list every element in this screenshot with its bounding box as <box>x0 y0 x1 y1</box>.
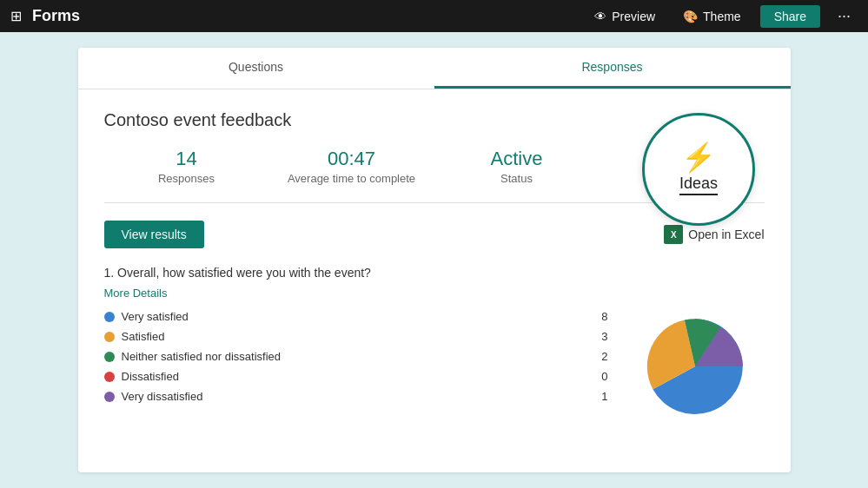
stat-status: Active Status <box>434 148 600 185</box>
legend-item: Neither satisfied nor dissatisfied 2 <box>104 350 608 363</box>
legend-dot <box>104 372 115 382</box>
tab-responses[interactable]: Responses <box>434 48 791 89</box>
stat-status-value: Active <box>434 148 600 170</box>
more-details-link[interactable]: More Details <box>104 287 168 300</box>
open-in-excel-button[interactable]: X Open in Excel <box>664 225 764 244</box>
more-options-button[interactable]: ··· <box>831 3 858 29</box>
stat-status-label: Status <box>434 172 600 185</box>
legend-count: 2 <box>601 350 607 363</box>
preview-label: Preview <box>612 10 655 23</box>
chart-area: Very satisfied 8 Satisfied 3 Neither sat… <box>104 310 765 423</box>
legend-dot <box>104 332 115 342</box>
legend-dot <box>104 352 115 362</box>
actions-row: View results X Open in Excel <box>104 221 765 248</box>
main-area: Questions Responses Contoso event feedba… <box>0 32 868 488</box>
ideas-lightning-icon: ⚡ <box>681 143 716 171</box>
question-1-section: 1. Overall, how satisfied were you with … <box>104 266 765 423</box>
legend-count: 8 <box>601 310 607 323</box>
legend-label: Satisfied <box>122 330 595 343</box>
theme-button[interactable]: 🎨 Theme <box>674 6 750 27</box>
legend-list: Very satisfied 8 Satisfied 3 Neither sat… <box>104 310 608 423</box>
app-logo: Forms <box>32 7 80 25</box>
legend-dot <box>104 392 115 402</box>
stat-avg-time-value: 00:47 <box>269 148 434 170</box>
tabs-bar: Questions Responses <box>78 48 791 89</box>
legend-label: Very dissatisfied <box>122 390 595 403</box>
legend-item: Dissatisfied 0 <box>104 370 608 383</box>
pie-chart <box>626 310 765 423</box>
question-number: 1. <box>104 266 115 280</box>
question-text: Overall, how satisfied were you with the… <box>117 266 371 280</box>
stat-responses: 14 Responses <box>104 148 269 185</box>
legend-label: Very satisfied <box>122 310 595 323</box>
stat-responses-label: Responses <box>104 172 269 185</box>
app-grid-icon[interactable]: ⊞ <box>10 8 22 24</box>
preview-icon: 👁 <box>594 10 606 23</box>
stat-avg-time: 00:47 Average time to complete <box>269 148 434 185</box>
ideas-popup-label: Ideas <box>679 175 718 195</box>
legend-count: 1 <box>601 390 607 403</box>
legend-item: Very satisfied 8 <box>104 310 608 323</box>
legend-item: Satisfied 3 <box>104 330 608 343</box>
legend-label: Dissatisfied <box>122 370 595 383</box>
preview-button[interactable]: 👁 Preview <box>586 6 664 27</box>
legend-item: Very dissatisfied 1 <box>104 390 608 403</box>
legend-dot <box>104 312 115 322</box>
ideas-popup[interactable]: ⚡ Ideas <box>642 113 755 226</box>
top-navigation: ⊞ Forms 👁 Preview 🎨 Theme Share ··· <box>0 0 868 32</box>
legend-label: Neither satisfied nor dissatisfied <box>122 350 595 363</box>
stat-responses-value: 14 <box>104 148 269 170</box>
view-results-button[interactable]: View results <box>104 221 204 248</box>
legend-count: 0 <box>601 370 607 383</box>
theme-icon: 🎨 <box>683 10 698 23</box>
content-card: Questions Responses Contoso event feedba… <box>78 48 791 472</box>
excel-icon: X <box>664 225 683 244</box>
question-1-title: 1. Overall, how satisfied were you with … <box>104 266 765 280</box>
theme-label: Theme <box>703 10 741 23</box>
legend-count: 3 <box>601 330 607 343</box>
stat-avg-time-label: Average time to complete <box>269 172 434 185</box>
share-button[interactable]: Share <box>760 5 820 28</box>
tab-questions[interactable]: Questions <box>78 48 434 89</box>
open-excel-label: Open in Excel <box>688 228 764 241</box>
